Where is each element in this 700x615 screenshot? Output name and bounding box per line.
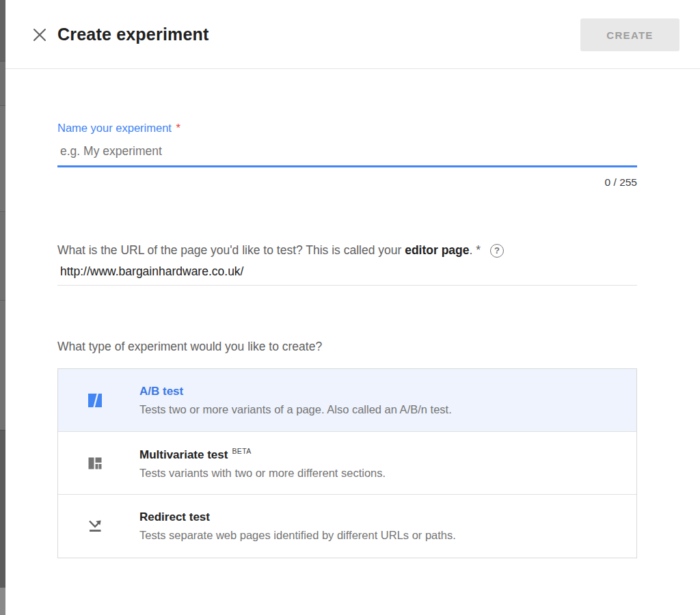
url-question-text: What is the URL of the page you'd like t… [57,243,481,258]
option-description: Tests two or more variants of a page. Al… [139,403,452,416]
option-description: Tests variants with two or more differen… [139,467,386,480]
background-page-segment [0,588,5,615]
experiment-type-options: A/B test Tests two or more variants of a… [57,368,637,558]
option-text: Redirect test Tests separate web pages i… [139,510,456,542]
experiment-type-question: What type of experiment would you like t… [57,340,637,354]
background-page-segment [0,106,5,212]
beta-badge: BETA [232,447,251,455]
option-title: A/B test [139,385,452,398]
create-button[interactable]: CREATE [580,18,679,51]
option-title-text: Multivariate test [139,448,228,461]
url-question-suffix: . * [470,243,481,257]
option-description: Tests separate web pages identified by d… [139,529,456,542]
option-title: Redirect test [139,510,456,524]
name-field-label: Name your experiment * [57,122,637,135]
option-text: A/B test Tests two or more variants of a… [139,385,452,416]
background-page-edge [0,0,5,615]
option-redirect-test[interactable]: Redirect test Tests separate web pages i… [58,495,636,558]
background-page-segment [0,301,5,430]
page-title: Create experiment [57,25,209,44]
multivariate-icon [87,455,103,472]
close-icon[interactable] [24,19,55,51]
background-page-segment [0,430,5,588]
url-question-bold: editor page [405,243,469,257]
dialog-body: Name your experiment * 0 / 255 What is t… [57,122,637,558]
option-text: Multivariate testBETA Tests variants wit… [139,447,386,480]
editor-page-url-input[interactable] [57,264,637,286]
background-page-segment [0,62,5,106]
required-asterisk: * [176,122,180,134]
experiment-name-input[interactable] [57,141,637,167]
character-counter: 0 / 255 [57,176,637,189]
option-ab-test[interactable]: A/B test Tests two or more variants of a… [58,369,636,432]
option-title: Multivariate testBETA [139,447,386,462]
close-x-glyph [31,27,48,43]
ab-test-icon [87,392,103,409]
url-question-prefix: What is the URL of the page you'd like t… [57,243,405,257]
option-multivariate-test[interactable]: Multivariate testBETA Tests variants wit… [58,432,636,495]
name-label-text: Name your experiment [57,122,172,134]
dialog-header: Create experiment CREATE [5,0,700,69]
help-icon[interactable]: ? [490,244,504,258]
create-experiment-dialog: Create experiment CREATE Name your exper… [5,0,700,615]
background-page-segment [0,0,5,62]
url-question: What is the URL of the page you'd like t… [57,243,637,258]
redirect-icon [87,518,103,534]
background-page-segment [0,212,5,301]
